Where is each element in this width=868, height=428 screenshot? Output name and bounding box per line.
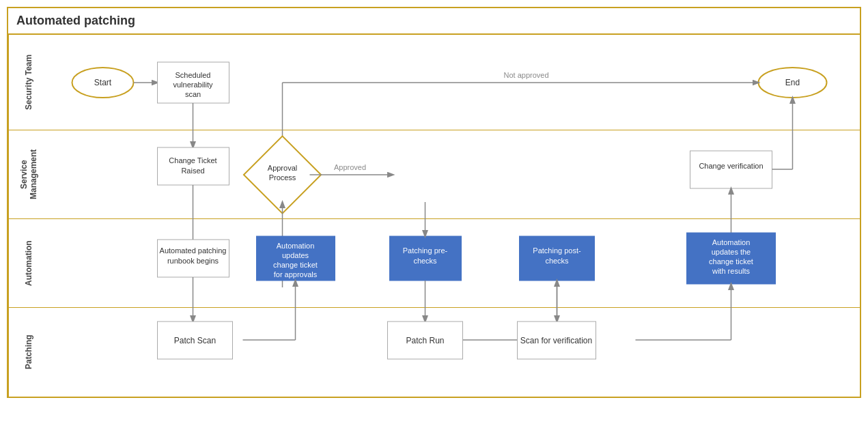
auto-updates-ticket-label: Automation: [277, 242, 315, 250]
approval-label: Approval: [268, 164, 297, 172]
approved-label: Approved: [334, 163, 366, 171]
svg-text:change ticket: change ticket: [709, 257, 753, 266]
not-approved-label: Not approved: [503, 71, 548, 79]
auto-patching-label: Automated patching: [160, 246, 227, 255]
patch-run-label: Patch Run: [406, 336, 444, 345]
svg-text:change ticket: change ticket: [273, 261, 318, 269]
patch-scan-label: Patch Scan: [174, 336, 216, 345]
lanes-container: Security Team Service Management Automat…: [8, 35, 860, 397]
svg-text:Process: Process: [269, 173, 296, 182]
change-verification-label: Change verification: [699, 162, 763, 170]
end-label: End: [785, 78, 800, 87]
scan-verification-label: Scan for verification: [520, 336, 592, 345]
diagram-title: Automated patching: [8, 8, 860, 35]
svg-text:for approvals: for approvals: [274, 270, 318, 279]
svg-text:checks: checks: [545, 257, 569, 265]
svg-text:runbook begins: runbook begins: [167, 257, 219, 265]
svg-text:checks: checks: [413, 257, 437, 265]
auto-updates-results-label: Automation: [712, 238, 751, 246]
patching-pre-label: Patching pre-: [403, 246, 448, 255]
svg-text:updates the: updates the: [712, 248, 751, 256]
scheduled-scan-label: Scheduled: [176, 71, 211, 79]
svg-text:vulnerability: vulnerability: [173, 81, 213, 89]
svg-text:Raised: Raised: [181, 167, 204, 175]
svg-text:with results: with results: [712, 267, 751, 275]
svg-text:updates: updates: [282, 251, 309, 259]
patching-post-label: Patching post-: [533, 246, 581, 255]
start-label: Start: [94, 78, 112, 87]
diagram-svg: Start Scheduled vulnerability scan End N…: [8, 35, 860, 397]
svg-text:scan: scan: [185, 90, 201, 98]
change-ticket-label: Change Ticket: [169, 156, 216, 165]
diagram-wrapper: Automated patching Security Team Service…: [7, 7, 861, 398]
